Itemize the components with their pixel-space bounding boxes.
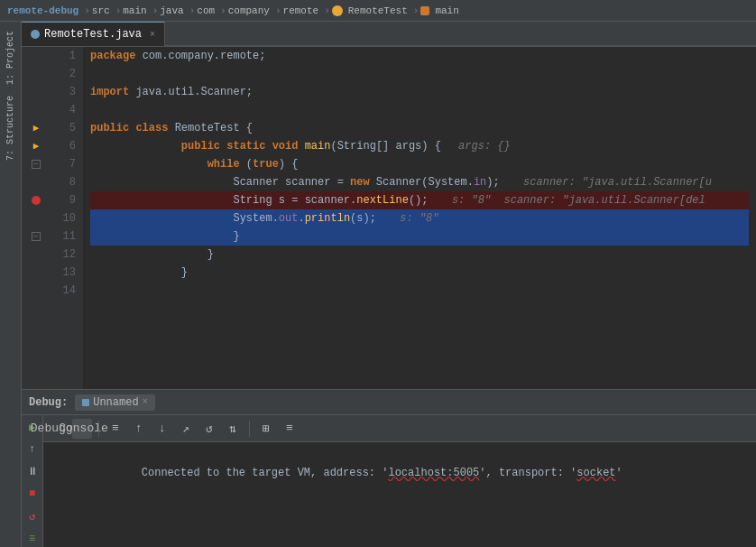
debug-panel: Debug: Unnamed × ▶ ↑ ⏸ ■ ↺ ≡ [22, 389, 756, 547]
toolbar-btn-list[interactable]: ≡ [280, 419, 300, 439]
main-area: 1: Project 7: Structure RemoteTest.java … [0, 22, 756, 547]
step-arrow-icon: ▶ [33, 119, 40, 137]
tab-bar: RemoteTest.java × [22, 22, 756, 47]
editor-area: RemoteTest.java × ▶ ▶ − − [22, 22, 756, 547]
gutter-line-14 [22, 282, 51, 300]
debug-main-panel: Debugger Console ≡ ↑ ↓ ↗ ↺ ⇅ [43, 415, 756, 547]
breadcrumb-main: main [123, 5, 146, 16]
gutter-line-10 [22, 209, 51, 227]
toolbar-btn-up[interactable]: ↑ [129, 419, 149, 439]
debug-body: ▶ ↑ ⏸ ■ ↺ ≡ Debugger [22, 415, 756, 547]
sidebar-item-structure[interactable]: 7: Structure [4, 90, 18, 166]
gutter-line-6: ▶ [22, 137, 51, 155]
toolbar-btn-down[interactable]: ↓ [152, 419, 172, 439]
transport-text: socket [576, 467, 615, 479]
gutter-line-8 [22, 173, 51, 191]
breadcrumb-method: main [420, 5, 458, 16]
gutter-line-12 [22, 246, 51, 264]
line-numbers: 12345 678910 11121314 [51, 47, 83, 389]
toolbar-btn-right[interactable]: ↗ [176, 419, 196, 439]
breadcrumb-remote: remote [283, 5, 319, 16]
step-arrow-icon-6: ▶ [33, 137, 40, 155]
debug-toolbar: Debugger Console ≡ ↑ ↓ ↗ ↺ ⇅ [43, 415, 756, 442]
debug-session-close[interactable]: × [143, 397, 148, 407]
code-line-4 [90, 101, 749, 119]
method-icon [420, 6, 429, 15]
gutter-line-4 [22, 101, 51, 119]
code-content: package com.company.remote; import java.… [83, 47, 756, 389]
breakpoint-icon-9[interactable] [32, 196, 41, 205]
code-line-12: } [90, 246, 749, 264]
code-line-5: public class RemoteTest { [90, 119, 749, 137]
left-sidebar: 1: Project 7: Structure [0, 22, 22, 547]
code-editor: ▶ ▶ − − 12345 678910 11121314 package [22, 47, 756, 389]
debug-session-name: Unnamed [93, 396, 138, 409]
debug-label: Debug: [29, 396, 68, 409]
fold-icon-7[interactable]: − [32, 160, 41, 169]
toolbar-separator-2 [249, 421, 250, 437]
java-file-icon [31, 30, 40, 39]
tab-close-button[interactable]: × [150, 30, 155, 40]
gutter: ▶ ▶ − − [22, 47, 51, 389]
toolbar-btn-back[interactable]: ↺ [199, 419, 219, 439]
console-line-1: Connected to the target VM, address: 'lo… [51, 446, 749, 500]
code-line-3: import java.util.Scanner; [90, 83, 749, 101]
fold-icon-11[interactable]: − [32, 232, 41, 241]
code-line-1: package com.company.remote; [90, 47, 749, 65]
gutter-line-3 [22, 83, 51, 101]
debug-header: Debug: Unnamed × [22, 390, 756, 415]
address-text: localhost:5005 [388, 467, 479, 479]
console-tab-label: Console [59, 422, 108, 435]
gutter-line-11: − [22, 227, 51, 246]
tab-filename: RemoteTest.java [44, 28, 142, 41]
gutter-line-7: − [22, 155, 51, 173]
breadcrumb-company: company [228, 5, 270, 16]
title-bar: remote-debug › src › main › java › com ›… [0, 0, 756, 22]
class-icon [332, 5, 343, 16]
rerun-button[interactable]: ↺ [23, 508, 41, 525]
breadcrumb-java: java [160, 5, 183, 16]
breadcrumb-src: src [92, 5, 110, 16]
code-line-14 [90, 282, 749, 300]
sidebar-item-project[interactable]: 1: Project [4, 25, 18, 90]
toolbar-btn-grid[interactable]: ⊞ [256, 419, 276, 439]
console-output: Connected to the target VM, address: 'lo… [43, 442, 756, 547]
project-name: remote-debug [7, 5, 78, 16]
breadcrumb-com: com [197, 5, 215, 16]
gutter-line-13 [22, 264, 51, 282]
code-line-2 [90, 65, 749, 83]
pause-button[interactable]: ⏸ [23, 463, 41, 480]
toolbar-separator [98, 421, 99, 437]
gutter-line-5: ▶ [22, 119, 51, 137]
toolbar-btn-format[interactable]: ≡ [106, 419, 125, 439]
settings-button[interactable]: ≡ [23, 530, 41, 547]
gutter-line-2 [22, 65, 51, 83]
step-over-up-button[interactable]: ↑ [23, 441, 41, 459]
toolbar-btn-swap[interactable]: ⇅ [223, 419, 243, 439]
console-tab-btn[interactable]: Console [72, 419, 92, 439]
debug-session-tab[interactable]: Unnamed × [75, 394, 154, 411]
breadcrumb-class: RemoteTest [332, 5, 408, 16]
gutter-line-1 [22, 47, 51, 65]
gutter-line-9 [22, 191, 51, 209]
stop-button[interactable]: ■ [23, 486, 41, 503]
file-tab[interactable]: RemoteTest.java × [22, 22, 165, 46]
debug-session-icon [82, 399, 89, 406]
